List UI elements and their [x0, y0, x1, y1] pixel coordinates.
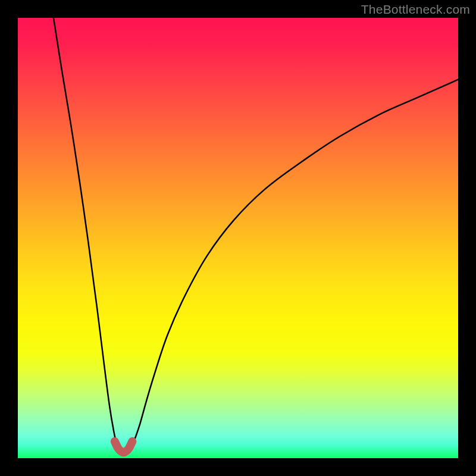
curve-right-branch: [130, 80, 458, 450]
chart-frame: TheBottleneck.com: [0, 0, 476, 476]
watermark-text: TheBottleneck.com: [361, 2, 470, 17]
curves-svg: [18, 18, 458, 458]
plot-area: [18, 18, 458, 458]
curve-left-branch: [54, 18, 119, 449]
curve-highlight-trough: [115, 441, 133, 453]
